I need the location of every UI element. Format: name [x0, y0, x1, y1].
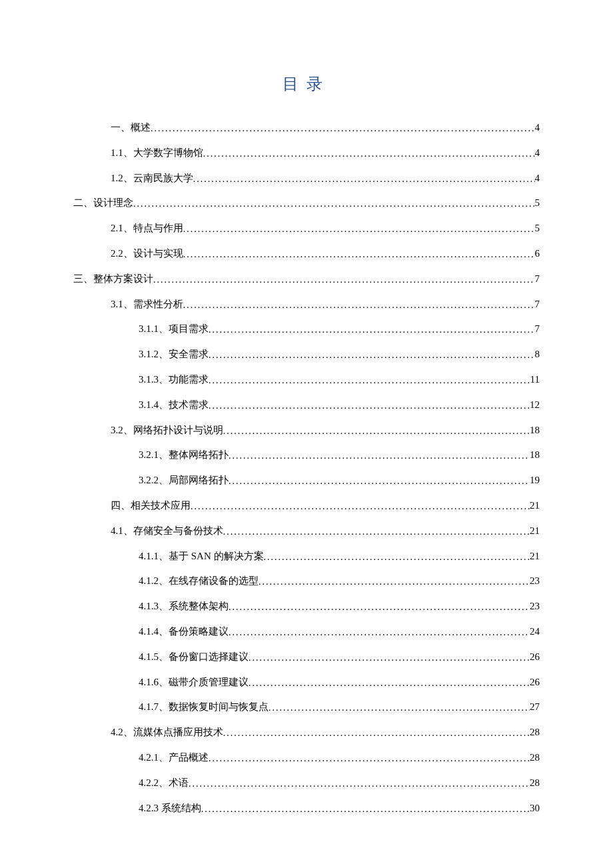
toc-dot-leader [209, 753, 530, 765]
toc-entry-label: 4.1.3、系统整体架构 [139, 600, 229, 612]
toc-dot-leader [153, 275, 535, 286]
toc-dot-leader [189, 779, 530, 790]
toc-entry-label: 3.2.2、局部网络拓扑 [139, 474, 229, 486]
toc-entry-label: 三、整体方案设计 [73, 273, 153, 285]
toc-dot-leader [203, 149, 535, 160]
toc-entry-page: 26 [530, 676, 540, 688]
toc-entry-page: 28 [530, 726, 540, 738]
toc-entry: 4.2.2、术语28 [73, 777, 540, 789]
toc-dot-leader [269, 703, 530, 714]
toc-entry: 2.2、设计与实现6 [73, 247, 540, 260]
toc-entry-label: 1.2、云南民族大学 [111, 172, 193, 184]
toc-entry-page: 27 [530, 701, 540, 713]
toc-entry: 3.2.2、局部网络拓扑19 [73, 474, 540, 487]
toc-entry-label: 2.2、设计与实现 [111, 247, 183, 259]
toc-dot-leader [209, 401, 530, 412]
toc-entry: 4.1.2、在线存储设备的选型23 [73, 575, 540, 587]
toc-dot-leader [259, 577, 530, 588]
toc-dot-leader [249, 653, 530, 664]
toc-entry-label: 3.1.3、功能需求 [139, 373, 209, 385]
toc-entry-page: 8 [535, 348, 540, 360]
toc-entry-label: 4.1、存储安全与备份技术 [111, 525, 223, 537]
toc-entry-page: 26 [530, 651, 540, 663]
toc-entry-label: 4.2、流媒体点播应用技术 [111, 726, 223, 738]
toc-entry: 3.1.3、功能需求11 [73, 373, 540, 386]
toc-dot-leader [191, 501, 530, 513]
toc-entry-label: 3.1.4、技术需求 [139, 399, 209, 411]
toc-dot-leader [193, 174, 535, 185]
toc-entry-page: 18 [530, 424, 540, 436]
toc-entry-label: 3.1、需求性分析 [111, 298, 183, 310]
toc-entry: 四、相关技术应用21 [73, 499, 540, 512]
toc-entry-page: 7 [535, 298, 540, 310]
toc-entry: 4.2.3 系统结构 30 [73, 802, 540, 815]
toc-entry: 4.1.6、磁带介质管理建议26 [73, 676, 540, 689]
toc-entry: 3.1、需求性分析7 [73, 298, 540, 311]
toc-dot-leader [249, 678, 530, 689]
toc-entry-label: 二、设计理念 [73, 197, 133, 209]
toc-entry-page: 21 [530, 550, 540, 562]
document-page: 目录 一、概述41.1、大学数字博物馆41.2、云南民族大学4二、设计理念52.… [0, 0, 613, 868]
toc-entry-page: 23 [530, 600, 540, 612]
toc-dot-leader [229, 602, 530, 613]
toc-entry-label: 4.2.1、产品概述 [139, 751, 209, 763]
toc-entry-page: 23 [530, 575, 540, 587]
toc-dot-leader [133, 199, 535, 210]
toc-entry-label: 2.1、特点与作用 [111, 222, 183, 234]
toc-entry-label: 4.1.5、备份窗口选择建议 [139, 651, 249, 663]
toc-entry-page: 7 [535, 323, 540, 335]
toc-dot-leader [183, 249, 535, 261]
toc-entry: 4.1.5、备份窗口选择建议26 [73, 651, 540, 663]
toc-entry-label: 3.2、网络拓扑设计与说明 [111, 424, 223, 436]
toc-entry-label: 4.1.2、在线存储设备的选型 [139, 575, 259, 587]
toc-entry-label: 4.1.7、数据恢复时间与恢复点 [139, 701, 269, 713]
toc-entry: 3.1.4、技术需求12 [73, 399, 540, 411]
toc-title: 目录 [73, 73, 540, 95]
toc-entry-page: 24 [530, 625, 540, 637]
toc-entry: 4.2、流媒体点播应用技术28 [73, 726, 540, 739]
toc-entry-page: 21 [530, 525, 540, 537]
toc-entry: 1.1、大学数字博物馆4 [73, 147, 540, 159]
toc-entry: 3.1.1、项目需求7 [73, 323, 540, 335]
toc-entry-page: 28 [530, 777, 540, 789]
toc-entry: 三、整体方案设计7 [73, 273, 540, 285]
toc-dot-leader [209, 325, 535, 336]
toc-entry-label: 3.1.1、项目需求 [139, 323, 209, 335]
toc-entry: 1.2、云南民族大学4 [73, 172, 540, 185]
toc-entry: 4.1.3、系统整体架构23 [73, 600, 540, 613]
toc-entry-label: 4.2.3 系统结构 [139, 802, 201, 814]
toc-entry-label: 3.2.1、整体网络拓扑 [139, 449, 229, 461]
toc-list: 一、概述41.1、大学数字博物馆41.2、云南民族大学4二、设计理念52.1、特… [73, 121, 540, 814]
toc-entry-page: 18 [530, 449, 540, 461]
toc-dot-leader [223, 426, 530, 437]
toc-dot-leader [223, 527, 530, 538]
toc-entry-page: 4 [535, 172, 540, 184]
toc-entry-label: 4.2.2、术语 [139, 777, 189, 789]
toc-entry-label: 4.1.4、备份策略建议 [139, 625, 229, 637]
toc-entry-page: 4 [535, 121, 540, 133]
toc-entry-label: 1.1、大学数字博物馆 [111, 147, 203, 159]
toc-entry-page: 6 [535, 247, 540, 259]
toc-entry-page: 7 [535, 273, 540, 285]
toc-entry-label: 4.1.6、磁带介质管理建议 [139, 676, 249, 688]
toc-entry-label: 4.1.1、基于 SAN 的解决方案 [139, 550, 264, 562]
toc-entry: 4.1.7、数据恢复时间与恢复点27 [73, 701, 540, 713]
toc-entry-page: 11 [530, 373, 540, 385]
toc-dot-leader [201, 804, 530, 815]
toc-entry: 4.1.1、基于 SAN 的解决方案21 [73, 550, 540, 563]
toc-entry: 4.1、存储安全与备份技术21 [73, 525, 540, 537]
toc-dot-leader [223, 728, 530, 739]
toc-entry: 一、概述4 [73, 121, 540, 134]
toc-dot-leader [229, 476, 530, 487]
toc-entry-label: 四、相关技术应用 [111, 499, 191, 511]
toc-entry-page: 12 [530, 399, 540, 411]
toc-entry-page: 5 [535, 222, 540, 234]
toc-entry-label: 3.1.2、安全需求 [139, 348, 209, 360]
toc-dot-leader [264, 552, 530, 563]
toc-entry: 4.2.1、产品概述28 [73, 751, 540, 764]
toc-dot-leader [183, 300, 535, 311]
toc-entry: 4.1.4、备份策略建议24 [73, 625, 540, 638]
toc-entry: 3.2、网络拓扑设计与说明18 [73, 424, 540, 437]
toc-entry-page: 5 [535, 197, 540, 209]
toc-dot-leader [229, 451, 530, 462]
